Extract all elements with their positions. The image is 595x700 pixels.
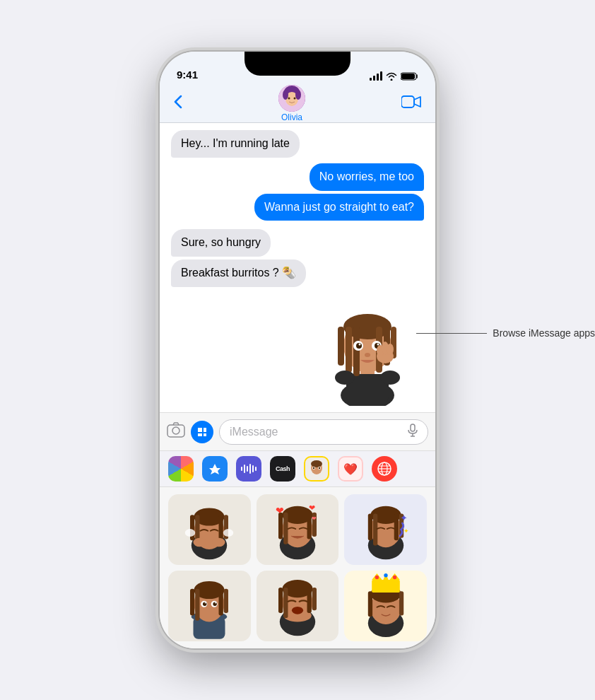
message-bubble[interactable]: Wanna just go straight to eat?: [254, 194, 424, 221]
svg-rect-16: [346, 327, 352, 373]
message-row: Hey... I'm running late: [171, 130, 424, 158]
annotation: Browse iMessage apps.: [416, 327, 595, 339]
svg-point-122: [375, 576, 378, 579]
svg-rect-1: [401, 74, 415, 79]
svg-point-123: [384, 573, 387, 577]
back-button[interactable]: [174, 95, 182, 113]
status-time: 9:41: [177, 69, 198, 81]
signal-icon: [370, 71, 382, 81]
memoji-app-button[interactable]: [304, 456, 329, 482]
memoji-sticker: [318, 293, 417, 392]
svg-point-44: [313, 467, 314, 469]
svg-point-27: [365, 353, 370, 357]
svg-rect-118: [372, 580, 400, 593]
audio-app-button[interactable]: [236, 456, 261, 482]
message-input[interactable]: iMessage: [219, 419, 428, 445]
sticker-item[interactable]: [168, 571, 251, 641]
chat-area: Hey... I'm running late No worries, me t…: [160, 123, 435, 648]
svg-point-5: [283, 90, 288, 100]
svg-rect-15: [338, 327, 344, 366]
svg-point-36: [172, 427, 179, 434]
svg-rect-90: [219, 589, 223, 616]
svg-rect-78: [367, 514, 372, 541]
message-text: Breakfast burritos ? 🌯: [181, 267, 296, 279]
globe-app-button[interactable]: [372, 456, 397, 482]
message-row: Breakfast burritos ? 🌯: [171, 259, 424, 287]
memoji-art: [318, 293, 417, 406]
hearts-app-button[interactable]: ❤️: [338, 456, 363, 482]
messages-container: Hey... I'm running late No worries, me t…: [160, 123, 435, 402]
contact-name: Olivia: [281, 112, 302, 122]
mic-icon[interactable]: [408, 424, 418, 441]
camera-button[interactable]: [167, 422, 185, 442]
stickers-grid: ❤ ❤ ❤: [160, 487, 435, 648]
memoji-sticker-message[interactable]: [171, 293, 424, 392]
svg-point-61: [185, 529, 195, 537]
svg-point-97: [215, 602, 216, 604]
svg-point-32: [387, 344, 394, 355]
photos-app-button[interactable]: [168, 456, 194, 482]
input-area: iMessage: [160, 412, 435, 450]
sticker-item[interactable]: [344, 571, 427, 641]
svg-rect-88: [190, 589, 194, 616]
message-text: Wanna just go straight to eat?: [264, 201, 414, 213]
sticker-item[interactable]: ❤ ❤ ❤: [257, 494, 339, 565]
apps-strip: Cash ❤️: [160, 450, 435, 487]
input-placeholder: iMessage: [230, 426, 278, 438]
apps-button[interactable]: [191, 421, 213, 443]
svg-point-25: [359, 343, 361, 345]
svg-rect-69: [307, 513, 311, 539]
svg-point-6: [295, 90, 301, 100]
svg-text:✦: ✦: [399, 513, 407, 523]
message-row: Sure, so hungry: [171, 229, 424, 257]
svg-rect-108: [283, 588, 288, 618]
svg-point-60: [213, 538, 225, 547]
svg-point-8: [294, 98, 296, 100]
nav-bar: Olivia: [160, 85, 435, 123]
battery-icon: [401, 72, 418, 81]
svg-rect-55: [190, 515, 194, 540]
sticker-item[interactable]: [168, 494, 251, 565]
status-icons: [370, 71, 418, 81]
sticker-item[interactable]: [257, 571, 339, 641]
svg-point-94: [203, 602, 206, 606]
svg-rect-57: [219, 515, 223, 540]
sticker-item[interactable]: ✦ ✦: [344, 494, 427, 565]
svg-rect-89: [196, 589, 200, 621]
svg-point-111: [292, 607, 303, 614]
svg-rect-109: [307, 588, 311, 613]
message-bubble[interactable]: Hey... I'm running late: [171, 130, 300, 158]
avatar-memoji: [278, 85, 305, 112]
phone-frame: 9:41: [160, 52, 435, 648]
svg-text:❤: ❤: [312, 515, 317, 522]
svg-rect-37: [411, 424, 415, 431]
svg-point-96: [205, 602, 206, 604]
message-text: Hey... I'm running late: [181, 137, 290, 149]
svg-point-41: [311, 460, 322, 467]
message-row: Wanna just go straight to eat?: [171, 194, 424, 221]
contact-info[interactable]: Olivia: [278, 85, 305, 122]
svg-rect-80: [394, 514, 398, 541]
message-text: Sure, so hungry: [181, 236, 261, 248]
svg-rect-107: [278, 588, 283, 613]
app-store-button[interactable]: [202, 456, 228, 482]
svg-point-124: [393, 576, 396, 579]
message-bubble[interactable]: No worries, me too: [310, 163, 424, 191]
video-call-button[interactable]: [401, 95, 421, 112]
wifi-icon: [386, 72, 397, 81]
svg-rect-79: [373, 514, 377, 546]
svg-point-34: [380, 371, 400, 385]
message-bubble[interactable]: Sure, so hungry: [171, 229, 271, 257]
svg-rect-68: [283, 513, 288, 544]
svg-rect-17: [353, 327, 360, 376]
svg-rect-9: [401, 96, 414, 107]
avatar: [278, 85, 305, 112]
annotation-text: Browse iMessage apps.: [493, 327, 595, 339]
svg-point-95: [213, 602, 217, 606]
apple-cash-button[interactable]: Cash: [270, 456, 295, 482]
message-row: No worries, me too: [171, 163, 424, 191]
message-bubble[interactable]: Breakfast burritos ? 🌯: [171, 259, 306, 287]
notch: [245, 52, 350, 76]
svg-point-7: [288, 98, 290, 100]
svg-rect-91: [224, 589, 228, 613]
